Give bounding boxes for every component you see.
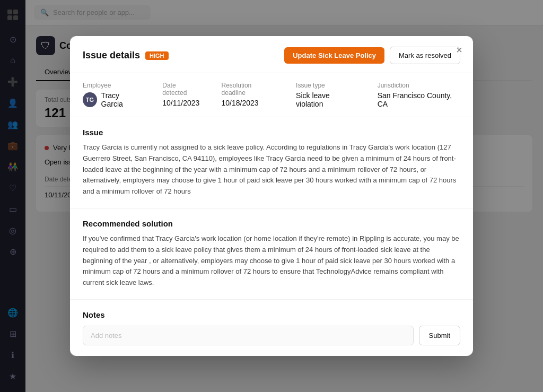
date-detected-value: 10/11/2023 — [162, 99, 200, 107]
resolution-deadline-label: Resolution deadline — [222, 82, 275, 97]
recommended-title: Recommended solution — [83, 219, 460, 228]
issue-section: Issue Tracy Garcia is currently not assi… — [70, 117, 473, 208]
issue-body: Tracy Garcia is currently not assigned t… — [83, 142, 460, 197]
issue-title: Issue — [83, 128, 460, 137]
employee-name: Tracy Garcia — [101, 91, 142, 108]
avatar: TG — [83, 92, 97, 107]
notes-section: Notes Submit — [70, 300, 473, 356]
resolution-deadline-value: 10/18/2023 — [222, 99, 275, 107]
notes-input[interactable] — [83, 326, 414, 345]
issue-type-meta: Issue type Sick leave violation — [296, 82, 356, 108]
issue-details-modal: Issue details High Update Sick Leave Pol… — [70, 36, 473, 356]
jurisdiction-label: Jurisdiction — [378, 82, 460, 89]
modal-actions: Update Sick Leave Policy Mark as resolve… — [284, 47, 460, 64]
modal-overlay: Issue details High Update Sick Leave Pol… — [0, 0, 543, 392]
notes-title: Notes — [83, 310, 460, 319]
employee-row: TG Tracy Garcia — [83, 91, 141, 108]
notes-input-row: Submit — [83, 326, 460, 345]
issue-type-value: Sick leave violation — [296, 91, 356, 108]
date-detected-meta: Date detected 10/11/2023 — [162, 82, 200, 108]
modal-title-row: Issue details High — [83, 50, 169, 61]
close-button[interactable]: × — [456, 45, 462, 55]
modal-header: Issue details High Update Sick Leave Pol… — [70, 36, 473, 73]
issue-type-label: Issue type — [296, 82, 356, 89]
meta-row: Employee TG Tracy Garcia Date detected 1… — [70, 73, 473, 117]
employee-label: Employee — [83, 82, 141, 89]
mark-resolved-button[interactable]: Mark as resolved — [390, 47, 460, 64]
recommended-section: Recommended solution If you've confirmed… — [70, 208, 473, 300]
jurisdiction-meta: Jurisdiction San Francisco County, CA — [378, 82, 460, 108]
employee-meta: Employee TG Tracy Garcia — [83, 82, 141, 108]
date-detected-label: Date detected — [162, 82, 200, 97]
submit-button[interactable]: Submit — [419, 326, 460, 345]
modal-title: Issue details — [83, 50, 140, 61]
jurisdiction-value: San Francisco County, CA — [378, 91, 460, 108]
priority-badge: High — [145, 51, 169, 60]
resolution-deadline-meta: Resolution deadline 10/18/2023 — [222, 82, 275, 108]
update-sick-leave-button[interactable]: Update Sick Leave Policy — [284, 47, 384, 64]
recommended-body: If you've confirmed that Tracy Garcia's … — [83, 233, 460, 289]
